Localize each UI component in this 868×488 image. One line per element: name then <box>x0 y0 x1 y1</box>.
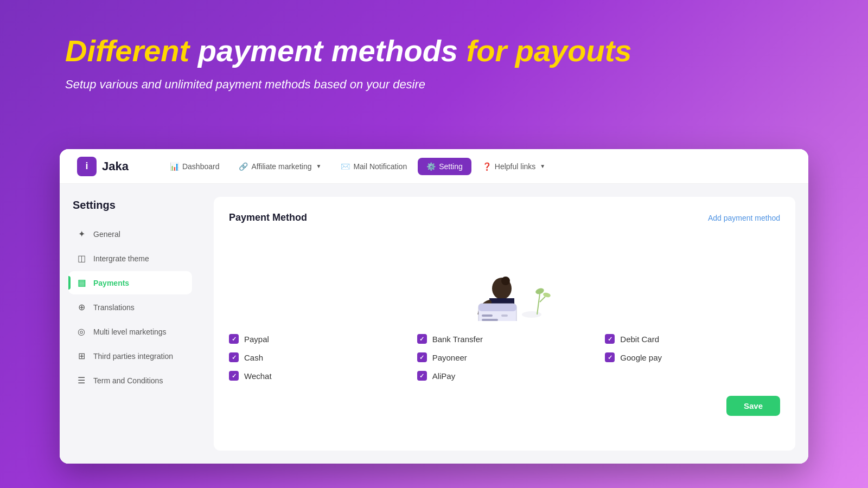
hero-subtitle: Setup various and unlimited payment meth… <box>65 78 803 92</box>
svg-line-1 <box>537 294 540 314</box>
checkmark-cash: ✓ <box>232 354 237 361</box>
payment-label-cash: Cash <box>244 353 263 362</box>
sidebar-item-multi-level[interactable]: ◎ Multi level marketings <box>68 320 192 343</box>
payment-grid: ✓ Paypal ✓ Bank Transfer ✓ <box>229 334 780 381</box>
checkbox-google-pay[interactable]: ✓ <box>605 352 615 362</box>
checkmark-alipay: ✓ <box>419 373 424 380</box>
payments-icon: ▤ <box>76 278 87 288</box>
payment-item-paypal: ✓ Paypal <box>229 334 404 344</box>
checkmark-wechat: ✓ <box>232 373 237 380</box>
svg-rect-10 <box>482 314 493 317</box>
sidebar-item-translations-label: Translations <box>93 303 135 312</box>
payment-label-paypal: Paypal <box>244 335 269 344</box>
chevron-down-icon-2: ▼ <box>540 163 545 169</box>
sidebar-item-translations[interactable]: ⊕ Translations <box>68 296 192 319</box>
add-payment-link[interactable]: Add payment method <box>708 214 780 222</box>
checkmark-debit-card: ✓ <box>608 336 612 343</box>
checkmark-paypal: ✓ <box>232 336 237 343</box>
sidebar-item-payments-label: Payments <box>93 279 129 287</box>
payment-item-payoneer: ✓ Payoneer <box>417 352 592 362</box>
panel-card: Payment Method Add payment method <box>214 197 795 451</box>
sidebar-item-integrate-label: Intergrate theme <box>93 254 149 263</box>
checkbox-payoneer[interactable]: ✓ <box>417 352 427 362</box>
svg-line-3 <box>540 297 545 302</box>
mail-icon: ✉️ <box>341 162 350 171</box>
checkbox-cash[interactable]: ✓ <box>229 352 239 362</box>
panel-title: Payment Method <box>229 212 307 223</box>
sidebar-item-third-parties[interactable]: ⊞ Third parties integration <box>68 344 192 368</box>
checkmark-bank-transfer: ✓ <box>419 336 424 343</box>
nav-item-dashboard-label: Dashboard <box>182 162 220 171</box>
checkmark-google-pay: ✓ <box>608 354 612 361</box>
nav-item-affiliate[interactable]: 🔗 Affiliate marketing ▼ <box>230 158 330 175</box>
logo: i Jaka <box>77 157 129 176</box>
sidebar-item-general-label: General <box>93 230 120 239</box>
sidebar-menu: ✦ General ◫ Intergrate theme ▤ Payments … <box>68 222 192 392</box>
checkbox-paypal[interactable]: ✓ <box>229 334 239 344</box>
svg-rect-11 <box>482 319 498 321</box>
nav-item-mail[interactable]: ✉️ Mail Notification <box>332 158 416 175</box>
nav-item-helpful[interactable]: ❓ Helpful links ▼ <box>474 158 554 175</box>
illustration-area <box>229 234 780 321</box>
svg-rect-9 <box>478 304 516 311</box>
general-icon: ✦ <box>76 229 87 239</box>
sidebar-item-multi-level-label: Multi level marketings <box>93 328 167 336</box>
sidebar-item-terms-label: Term and Conditions <box>93 376 163 385</box>
third-parties-icon: ⊞ <box>76 351 87 361</box>
sidebar: Settings ✦ General ◫ Intergrate theme ▤ … <box>60 184 201 464</box>
settings-title: Settings <box>68 199 192 211</box>
dashboard-icon: 📊 <box>170 162 179 171</box>
nav-item-affiliate-label: Affiliate marketing <box>251 162 311 171</box>
sidebar-item-general[interactable]: ✦ General <box>68 222 192 246</box>
checkmark-payoneer: ✓ <box>419 354 424 361</box>
logo-icon: i <box>77 157 97 176</box>
checkbox-wechat[interactable]: ✓ <box>229 371 239 381</box>
nav-item-setting[interactable]: ⚙️ Setting <box>418 158 471 175</box>
app-window: i Jaka 📊 Dashboard 🔗 Affiliate marketing… <box>60 149 808 464</box>
payment-label-wechat: Wechat <box>244 371 272 381</box>
chevron-down-icon: ▼ <box>316 163 321 169</box>
sidebar-item-integrate-theme[interactable]: ◫ Intergrate theme <box>68 247 192 270</box>
checkbox-debit-card[interactable]: ✓ <box>605 334 615 344</box>
checkbox-alipay[interactable]: ✓ <box>417 371 427 381</box>
payment-illustration <box>445 234 564 321</box>
main-panel: Payment Method Add payment method <box>201 184 808 464</box>
save-row: Save <box>229 396 780 416</box>
nav-item-dashboard[interactable]: 📊 Dashboard <box>161 158 228 175</box>
nav-item-helpful-label: Helpful links <box>495 162 535 171</box>
payment-item-cash: ✓ Cash <box>229 352 404 362</box>
save-button[interactable]: Save <box>726 396 780 416</box>
translations-icon: ⊕ <box>76 302 87 312</box>
hero-title-payment: payment methods <box>198 34 467 68</box>
svg-point-0 <box>522 311 541 318</box>
payment-item-google-pay: ✓ Google pay <box>605 352 780 362</box>
setting-icon: ⚙️ <box>426 162 436 171</box>
payment-label-bank-transfer: Bank Transfer <box>432 335 483 344</box>
sidebar-item-terms[interactable]: ☰ Term and Conditions <box>68 369 192 392</box>
nav-item-setting-label: Setting <box>439 162 463 171</box>
payment-item-alipay: ✓ AliPay <box>417 371 592 381</box>
affiliate-icon: 🔗 <box>239 162 248 171</box>
payment-item-wechat: ✓ Wechat <box>229 371 404 381</box>
payment-label-debit-card: Debit Card <box>620 335 659 344</box>
hero-title-different: Different <box>65 34 189 68</box>
payment-label-alipay: AliPay <box>432 371 456 381</box>
svg-point-7 <box>501 277 510 285</box>
integrate-icon: ◫ <box>76 253 87 264</box>
content-area: Settings ✦ General ◫ Intergrate theme ▤ … <box>60 184 808 464</box>
nav-item-mail-label: Mail Notification <box>353 162 407 171</box>
sidebar-item-payments[interactable]: ▤ Payments <box>68 271 192 294</box>
svg-point-4 <box>542 292 551 298</box>
nav-bar: i Jaka 📊 Dashboard 🔗 Affiliate marketing… <box>60 149 808 184</box>
panel-header: Payment Method Add payment method <box>229 212 780 223</box>
helpful-icon: ❓ <box>482 162 492 171</box>
logo-text: Jaka <box>102 159 129 174</box>
payment-label-payoneer: Payoneer <box>432 353 467 362</box>
payment-label-google-pay: Google pay <box>620 353 662 362</box>
terms-icon: ☰ <box>76 375 87 386</box>
nav-items: 📊 Dashboard 🔗 Affiliate marketing ▼ ✉️ M… <box>161 158 791 175</box>
hero-section: Different payment methods for payouts Se… <box>0 0 868 113</box>
payment-item-debit-card: ✓ Debit Card <box>605 334 780 344</box>
hero-title-payouts: for payouts <box>467 34 632 68</box>
checkbox-bank-transfer[interactable]: ✓ <box>417 334 427 344</box>
